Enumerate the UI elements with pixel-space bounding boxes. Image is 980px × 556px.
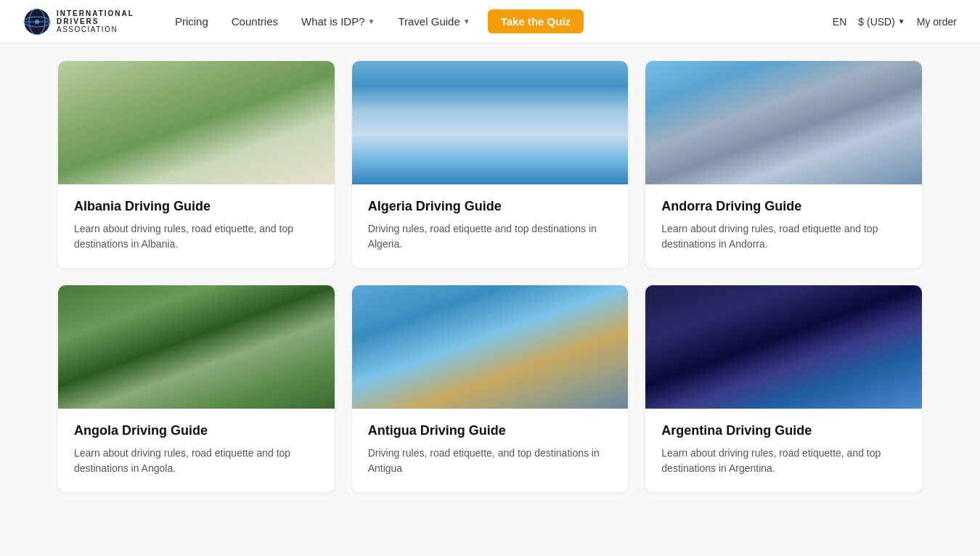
argentina-description: Learn about driving rules, road etiquett… — [661, 446, 906, 476]
my-order-link[interactable]: My order — [917, 16, 957, 28]
card-argentina[interactable]: Argentina Driving Guide Learn about driv… — [645, 285, 922, 492]
antigua-image — [352, 285, 629, 409]
nav-take-quiz[interactable]: Take the Quiz — [488, 9, 584, 33]
travel-guide-chevron-icon: ▼ — [463, 17, 470, 25]
albania-title: Albania Driving Guide — [74, 199, 319, 214]
angola-title: Angola Driving Guide — [74, 423, 319, 438]
argentina-title: Argentina Driving Guide — [661, 423, 906, 438]
cards-row-1: Albania Driving Guide Learn about drivin… — [58, 61, 922, 268]
nav-travel-guide[interactable]: Travel Guide ▼ — [386, 9, 481, 33]
nav-countries[interactable]: Countries — [220, 9, 290, 33]
currency-chevron-icon: ▼ — [898, 17, 905, 25]
andorra-description: Learn about driving rules, road etiquett… — [661, 221, 906, 252]
currency-selector[interactable]: $ (USD) ▼ — [858, 16, 905, 28]
antigua-title: Antigua Driving Guide — [368, 423, 613, 438]
header-right: EN $ (USD) ▼ My order — [833, 16, 957, 28]
language-selector[interactable]: EN — [833, 16, 846, 28]
site-logo[interactable]: INTERNATIONAL DRIVERS ASSOCIATION — [23, 8, 134, 36]
algeria-body: Algeria Driving Guide Driving rules, roa… — [352, 184, 629, 268]
andorra-image — [645, 61, 922, 184]
antigua-description: Driving rules, road etiquette, and top d… — [368, 446, 613, 476]
main-nav: Pricing Countries What is IDP? ▼ Travel … — [163, 9, 833, 33]
antigua-body: Antigua Driving Guide Driving rules, roa… — [352, 409, 629, 492]
angola-description: Learn about driving rules, road etiquett… — [74, 446, 319, 476]
logo-text: INTERNATIONAL DRIVERS ASSOCIATION — [57, 9, 134, 33]
cards-row-2: Angola Driving Guide Learn about driving… — [58, 285, 922, 492]
algeria-description: Driving rules, road etiquette and top de… — [368, 221, 613, 252]
nav-what-is-idp[interactable]: What is IDP? ▼ — [290, 9, 386, 33]
card-antigua[interactable]: Antigua Driving Guide Driving rules, roa… — [352, 285, 629, 492]
what-is-idp-chevron-icon: ▼ — [368, 17, 375, 25]
argentina-body: Argentina Driving Guide Learn about driv… — [645, 409, 922, 492]
algeria-image — [352, 61, 629, 184]
algeria-title: Algeria Driving Guide — [368, 199, 613, 214]
argentina-image — [645, 285, 922, 409]
andorra-body: Andorra Driving Guide Learn about drivin… — [645, 184, 922, 268]
albania-description: Learn about driving rules, road etiquett… — [74, 221, 319, 252]
andorra-title: Andorra Driving Guide — [661, 199, 906, 214]
main-content: Albania Driving Guide Learn about drivin… — [0, 44, 980, 527]
angola-body: Angola Driving Guide Learn about driving… — [58, 409, 335, 492]
card-angola[interactable]: Angola Driving Guide Learn about driving… — [58, 285, 335, 492]
card-andorra[interactable]: Andorra Driving Guide Learn about drivin… — [645, 61, 922, 268]
nav-pricing[interactable]: Pricing — [163, 9, 220, 33]
card-albania[interactable]: Albania Driving Guide Learn about drivin… — [58, 61, 335, 268]
logo-icon — [23, 8, 51, 36]
albania-image — [58, 61, 335, 184]
card-algeria[interactable]: Algeria Driving Guide Driving rules, roa… — [352, 61, 629, 268]
site-header: INTERNATIONAL DRIVERS ASSOCIATION Pricin… — [0, 0, 980, 44]
albania-body: Albania Driving Guide Learn about drivin… — [58, 184, 335, 268]
angola-image — [58, 285, 335, 409]
svg-point-4 — [35, 20, 39, 24]
